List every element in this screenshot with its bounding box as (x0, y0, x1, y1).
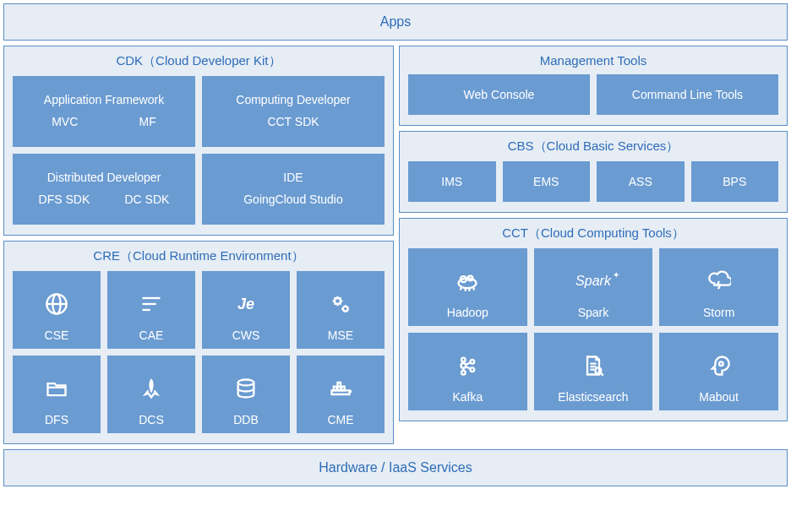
right-column: Management Tools Web Console Command Lin… (399, 46, 788, 444)
mgmt-item-cli: Command Line Tools (597, 74, 778, 115)
cre-label: MSE (328, 328, 353, 342)
container-icon (329, 364, 352, 413)
hardware-label: Hardware / IaaS Services (319, 460, 472, 475)
cct-label: Mabout (699, 390, 739, 404)
folder-icon (45, 364, 68, 413)
cct-item-hadoop: Hadoop (408, 248, 527, 326)
svg-point-14 (719, 361, 723, 366)
document-search-icon (581, 341, 605, 390)
cre-item-mse: MSE (297, 271, 385, 349)
cdk-item: CCT SDK (210, 115, 376, 128)
mgmt-tiles: Web Console Command Line Tools (408, 74, 778, 115)
cre-label: DCS (139, 413, 164, 426)
cdk-panel: CDK（Cloud Developer Kit） Application Fra… (3, 46, 394, 236)
database-icon (234, 364, 258, 413)
cdk-item: DC SDK (124, 193, 169, 206)
cre-item-dfs: DFS (13, 356, 101, 433)
cbs-panel: CBS（Cloud Basic Services） IMS EMS ASS BP… (399, 131, 788, 213)
cdk-title: CDK（Cloud Developer Kit） (13, 53, 385, 69)
cdk-box-ide: IDE GoingCloud Studio (202, 154, 385, 225)
cct-title: CCT（Cloud Computing Tools） (408, 225, 778, 242)
cct-item-elasticsearch: Elasticsearch (534, 333, 653, 410)
cre-tiles: CSE CAE Je CWS (13, 271, 385, 433)
svg-point-11 (471, 360, 475, 364)
cbs-item-ass: ASS (597, 161, 685, 202)
cdk-item: MVC (52, 115, 78, 128)
cre-label: CSE (45, 328, 69, 342)
cbs-tiles: IMS EMS ASS BPS (408, 161, 778, 202)
cct-label: Hadoop (447, 306, 488, 319)
mgmt-title: Management Tools (408, 53, 778, 68)
cdk-box-title: Distributed Developer (21, 171, 187, 184)
cre-label: CAE (139, 328, 164, 342)
mgmt-item-web-console: Web Console (408, 74, 590, 115)
cct-label: Elasticsearch (558, 390, 628, 404)
cbs-item-ems: EMS (503, 161, 591, 202)
cdk-box-computing-developer: Computing Developer CCT SDK (202, 76, 385, 147)
cdk-box-title: Application Framework (21, 93, 187, 106)
left-column: CDK（Cloud Developer Kit） Application Fra… (3, 46, 394, 444)
cct-item-storm: Storm (659, 248, 778, 326)
cbs-label: ASS (629, 175, 652, 188)
cct-label: Kafka (452, 390, 483, 404)
cbs-item-ims: IMS (408, 161, 496, 202)
cre-item-dcs: DCS (107, 356, 195, 433)
cdk-item: DFS SDK (39, 193, 90, 206)
svg-point-8 (461, 358, 466, 362)
cre-item-cws: Je CWS (202, 271, 290, 349)
mgmt-label: Web Console (464, 88, 535, 101)
cct-label: Spark (578, 306, 609, 319)
apps-layer: Apps (3, 3, 788, 41)
cdk-box-distributed-developer: Distributed Developer DFS SDK DC SDK (13, 154, 195, 225)
mgmt-label: Command Line Tools (632, 88, 743, 101)
svg-point-10 (461, 371, 466, 375)
je-icon: Je (237, 280, 254, 328)
hardware-layer: Hardware / IaaS Services (3, 449, 788, 486)
cbs-item-bps: BPS (691, 161, 779, 202)
head-icon (707, 341, 731, 390)
cbs-label: IMS (441, 175, 462, 188)
apps-label: Apps (380, 14, 411, 29)
hadoop-icon (456, 257, 479, 306)
cdk-item: GoingCloud Studio (210, 193, 376, 206)
globe-icon (45, 280, 68, 328)
cdk-box-app-framework: Application Framework MVC MF (13, 76, 195, 147)
cre-label: CME (327, 413, 353, 426)
cdk-item: MF (139, 115, 156, 128)
cct-tiles: Hadoop Spark Spark Storm (408, 248, 778, 410)
cct-item-mabout: Mabout (659, 333, 778, 410)
svg-point-4 (238, 380, 254, 386)
cre-title: CRE（Cloud Runtime Environment） (13, 248, 385, 264)
cbs-label: BPS (723, 175, 746, 188)
storm-icon (707, 257, 731, 306)
cre-item-cae: CAE (107, 271, 195, 349)
cdk-box-title: IDE (210, 171, 376, 184)
architecture-diagram: Apps CDK（Cloud Developer Kit） Applicatio… (3, 3, 788, 486)
cbs-label: EMS (533, 175, 559, 188)
cct-item-spark: Spark Spark (534, 248, 653, 326)
kafka-icon (456, 341, 479, 390)
cre-item-cse: CSE (13, 271, 101, 349)
cre-label: DFS (45, 413, 68, 426)
mgmt-panel: Management Tools Web Console Command Lin… (399, 46, 788, 126)
cdk-tiles: Application Framework MVC MF Computing D… (13, 76, 385, 225)
cre-item-cme: CME (297, 356, 385, 433)
cre-label: CWS (232, 328, 260, 342)
lines-icon (139, 280, 163, 328)
cre-label: DDB (233, 413, 259, 426)
cct-panel: CCT（Cloud Computing Tools） Hadoop Spark … (399, 218, 788, 421)
svg-point-12 (471, 367, 475, 372)
spark-icon: Spark (576, 257, 611, 306)
cct-label: Storm (703, 306, 734, 319)
middle-row: CDK（Cloud Developer Kit） Application Fra… (3, 46, 788, 444)
cbs-title: CBS（Cloud Basic Services） (408, 138, 778, 155)
cre-item-ddb: DDB (202, 356, 290, 433)
cdk-box-title: Computing Developer (210, 93, 376, 106)
cct-item-kafka: Kafka (408, 333, 527, 410)
cre-panel: CRE（Cloud Runtime Environment） CSE CAE (3, 241, 394, 444)
gears-icon (329, 280, 352, 328)
rocket-icon (139, 364, 163, 413)
